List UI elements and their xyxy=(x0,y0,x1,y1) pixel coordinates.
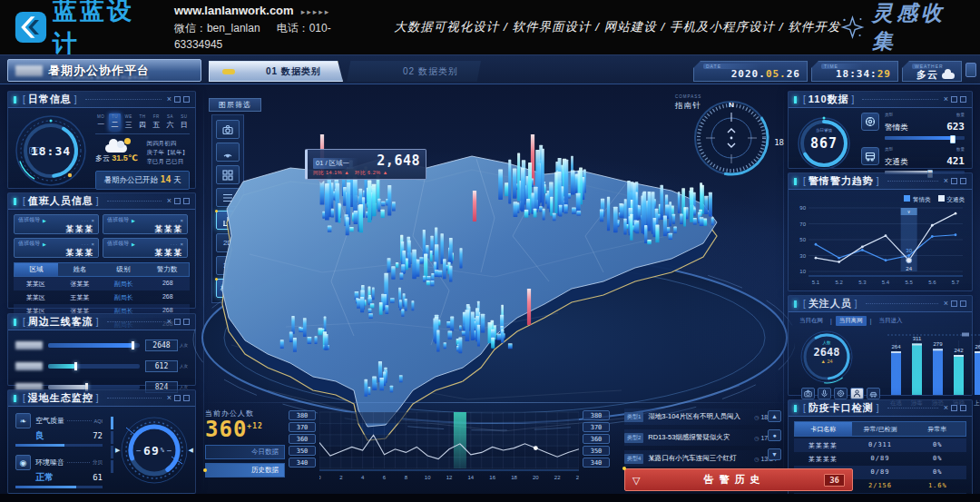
expand-icon[interactable] xyxy=(183,198,190,204)
focus-tab-1[interactable]: 当日离网 xyxy=(836,316,867,326)
panel-controls: × xyxy=(944,300,966,307)
minimize-icon[interactable] xyxy=(951,96,957,103)
close-icon[interactable]: × xyxy=(944,405,948,411)
ylabel-left: 370 xyxy=(289,422,316,432)
duty-leader-card[interactable]: 值班领导▶···×某某某 xyxy=(103,214,188,234)
focus-tab-2[interactable]: 当日进入 xyxy=(875,316,906,326)
duty-leader-card[interactable]: 值班领导▶···×某某某 xyxy=(14,214,99,234)
scroll-up-button[interactable]: ▲ xyxy=(768,410,781,422)
camera-icon[interactable] xyxy=(801,388,815,399)
svg-text:5.6: 5.6 xyxy=(928,280,936,285)
weekday-cell[interactable]: FR五 xyxy=(151,113,162,131)
website-link[interactable]: www.lanlanwork.com xyxy=(174,4,294,17)
scroll-down-button[interactable]: ▼ xyxy=(768,448,781,460)
minimize-icon[interactable] xyxy=(951,405,957,411)
checkpoint-ratio: 0/311 xyxy=(851,438,908,452)
duty-col-header[interactable]: 姓名 xyxy=(58,263,102,276)
checkpoint-ratio: 0/89 xyxy=(851,466,908,479)
alert-row[interactable]: 类型2RD13-53烟感报警疑似火灾17:24 xyxy=(624,429,777,446)
close-icon[interactable]: × xyxy=(167,395,172,401)
close-icon[interactable]: × xyxy=(167,96,172,103)
arrow-icon: ▶ xyxy=(43,218,46,223)
car-icon[interactable] xyxy=(867,388,880,399)
contact-info: www.lanlanwork.com▸▸▸▸▸ 微信：ben_lanlan电话：… xyxy=(174,2,359,53)
target-icon[interactable] xyxy=(834,388,848,399)
inspiration-collect[interactable]: 灵感收集 xyxy=(840,0,960,55)
weekday-cell[interactable]: TH四 xyxy=(137,113,148,131)
svg-text:N: N xyxy=(729,101,734,109)
minimize-icon[interactable] xyxy=(174,319,181,325)
history-data-button[interactable]: 历史数据 xyxy=(205,463,285,477)
time-plate: TIME 18:34:29 xyxy=(811,61,898,82)
checkpoint-col-header[interactable]: 异常/已检测 xyxy=(852,422,909,436)
minimize-icon[interactable] xyxy=(951,300,957,307)
table-row[interactable]: 某某某某0/890% xyxy=(794,452,966,466)
person-icon[interactable] xyxy=(850,388,864,399)
duty-cell: 王某某 xyxy=(58,290,103,304)
table-row[interactable]: 某某某某0/3110% xyxy=(794,438,966,452)
weekday-cell[interactable]: SA六 xyxy=(164,113,175,131)
panel-title: 关注人员 xyxy=(808,297,852,310)
close-icon[interactable]: × xyxy=(91,218,94,223)
alert-type-tag: 类型4 xyxy=(624,454,643,464)
panel-title-bar: [ 值班人员信息 ] × xyxy=(8,193,195,210)
dots-decoration: ··· xyxy=(170,241,178,247)
count-label: 数量 xyxy=(946,147,965,152)
office-count-delta: +12 xyxy=(247,422,262,430)
close-icon[interactable]: × xyxy=(167,198,172,204)
duty-leader-card[interactable]: 值班领导▶···×某某某 xyxy=(14,238,99,258)
expand-icon[interactable] xyxy=(960,405,966,411)
mic-icon[interactable] xyxy=(818,388,831,399)
dots-decoration: ··· xyxy=(170,218,178,223)
minimize-icon[interactable] xyxy=(174,395,181,401)
expand-icon[interactable] xyxy=(960,300,966,307)
duty-col-header[interactable]: 级别 xyxy=(102,263,145,276)
close-icon[interactable]: × xyxy=(167,319,172,325)
checkpoint-col-header[interactable]: 异常率 xyxy=(908,422,965,436)
gauge-value: 867 xyxy=(796,135,852,152)
header-corner-icon[interactable] xyxy=(965,63,976,77)
alarm-history-banner[interactable]: ▽ 告警历史 36 xyxy=(624,468,853,491)
minimize-icon[interactable] xyxy=(174,198,181,204)
weekday-cell[interactable]: SU日 xyxy=(179,113,190,131)
minimize-icon[interactable] xyxy=(951,178,957,184)
table-row[interactable]: 某某区张某某副局长268 xyxy=(14,277,190,290)
close-icon[interactable]: × xyxy=(944,178,948,184)
eco-slider[interactable] xyxy=(110,417,113,488)
scroll-dot[interactable]: ● xyxy=(768,429,781,441)
duty-col-header[interactable]: 警力数 xyxy=(145,263,189,276)
expand-icon[interactable] xyxy=(960,178,966,184)
duty-col-header[interactable]: 区域 xyxy=(15,263,58,276)
trend-line-chart[interactable]: 9070503010∨30245.15.25.35.45.55.65.7 xyxy=(792,202,970,293)
close-icon[interactable]: × xyxy=(180,241,183,247)
svg-text:6: 6 xyxy=(383,475,387,480)
expand-icon[interactable] xyxy=(183,96,190,103)
expand-icon[interactable] xyxy=(183,395,190,401)
office-history-chart[interactable]: 024681012141618202224 xyxy=(319,410,579,487)
tab-data-category-1[interactable]: 01 数据类别 xyxy=(209,61,343,82)
duty-leader-card[interactable]: 值班领导▶···×某某某 xyxy=(103,238,188,258)
expand-icon[interactable] xyxy=(960,96,966,103)
close-icon[interactable]: × xyxy=(944,96,948,103)
close-icon[interactable]: × xyxy=(944,300,948,307)
weekday-cell[interactable]: TU二 xyxy=(109,113,120,131)
gauge-label: 当日警情 xyxy=(796,128,852,133)
expand-icon[interactable] xyxy=(183,319,190,325)
alert-row[interactable]: 类型1湿地3-104片区有不明人员闯入18:24 xyxy=(624,408,777,425)
close-icon[interactable]: × xyxy=(91,241,94,247)
weekday-cell[interactable]: MO一 xyxy=(95,113,106,131)
svg-text:4: 4 xyxy=(361,475,365,480)
focus-icon-row xyxy=(794,386,880,399)
gauge-left-arrow[interactable]: ▶ xyxy=(115,447,120,454)
today-data-button[interactable]: 今日数据 xyxy=(205,445,285,459)
duty-role: 值班领导 xyxy=(107,240,129,248)
focus-tab-0[interactable]: 当日在网 xyxy=(796,316,827,326)
minimize-icon[interactable] xyxy=(174,96,181,103)
checkpoint-col-header[interactable]: 卡口名称 xyxy=(795,422,852,436)
compass-widget[interactable]: COMPASS 指南针 N 18 xyxy=(675,93,784,185)
table-row[interactable]: 某某区王某某副局长268 xyxy=(14,290,190,304)
tab-data-category-2[interactable]: 02 数据类别 xyxy=(347,61,481,82)
close-icon[interactable]: × xyxy=(180,218,183,223)
weekday-cell[interactable]: WE三 xyxy=(123,113,134,131)
alert-row[interactable]: 类型4某路口有小汽车连闯三个红灯13:24 xyxy=(624,450,777,467)
